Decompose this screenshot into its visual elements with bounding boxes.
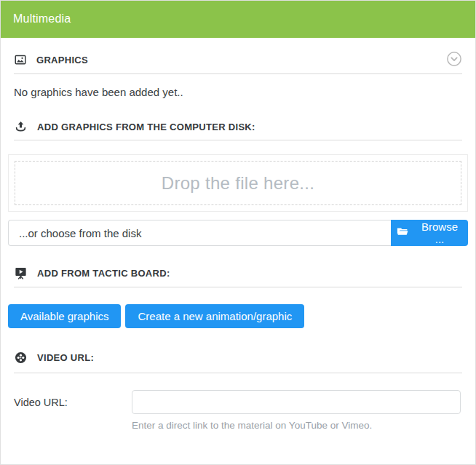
- video-url-helper-text: Enter a direct link to the material on Y…: [132, 420, 461, 431]
- tactic-section-label: ADD FROM TACTIC BOARD:: [37, 268, 170, 279]
- chevron-down-circle-icon: [446, 51, 462, 69]
- browse-button[interactable]: Browse ...: [391, 220, 468, 246]
- film-reel-icon: [14, 351, 28, 365]
- upload-icon: [14, 120, 28, 134]
- create-animation-button[interactable]: Create a new animation/graphic: [125, 304, 304, 328]
- graphics-empty-message: No graphics have been added yet..: [14, 86, 462, 98]
- file-dropzone[interactable]: Drop the file here...: [8, 154, 468, 212]
- tactic-section-header: ADD FROM TACTIC BOARD:: [1, 263, 475, 282]
- upload-section-header: ADD GRAPHICS FROM THE COMPUTER DISK:: [1, 117, 475, 136]
- video-url-input[interactable]: [132, 390, 461, 414]
- browse-button-label: Browse ...: [416, 220, 464, 245]
- video-section-header: VIDEO URL:: [1, 348, 475, 367]
- file-chooser-group: Browse ...: [8, 220, 468, 246]
- panel-title: Multimedia: [13, 12, 71, 25]
- tactic-buttons-row: Available graphics Create a new animatio…: [8, 304, 468, 328]
- graphics-section-label: GRAPHICS: [36, 55, 88, 65]
- available-graphics-button[interactable]: Available graphics: [8, 304, 121, 328]
- graphics-section-header: GRAPHICS: [1, 50, 475, 69]
- divider: [14, 73, 462, 74]
- folder-open-icon: [395, 226, 410, 240]
- video-url-form-row: Video URL:: [14, 390, 461, 414]
- divider: [14, 140, 462, 140]
- file-dropzone-inner: Drop the file here...: [15, 161, 461, 205]
- image-icon: [14, 53, 27, 66]
- video-section-label: VIDEO URL:: [37, 352, 94, 363]
- file-path-input[interactable]: [8, 220, 391, 246]
- multimedia-panel: Multimedia GRAPHICS No graphics have bee…: [0, 0, 476, 465]
- panel-header: Multimedia: [0, 0, 476, 38]
- upload-section-label: ADD GRAPHICS FROM THE COMPUTER DISK:: [37, 122, 255, 132]
- divider: [14, 287, 462, 287]
- tactic-board-icon: [14, 266, 28, 280]
- collapse-graphics-button[interactable]: [446, 51, 462, 69]
- dropzone-text: Drop the file here...: [162, 173, 314, 194]
- divider: [14, 373, 462, 373]
- video-url-label: Video URL:: [14, 397, 132, 408]
